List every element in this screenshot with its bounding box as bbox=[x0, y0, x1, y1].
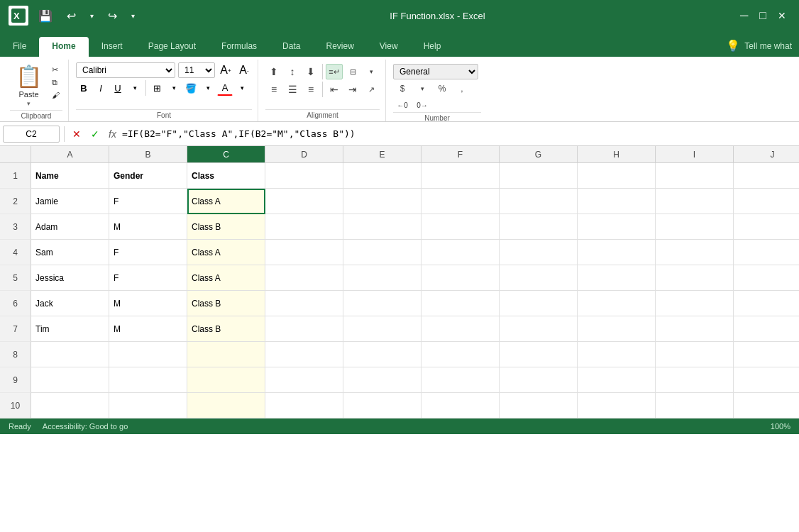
row-num-9[interactable]: 9 bbox=[0, 367, 31, 393]
row-num-1[interactable]: 1 bbox=[0, 163, 31, 189]
row-num-8[interactable]: 8 bbox=[0, 342, 31, 367]
cell-e8[interactable] bbox=[343, 342, 421, 367]
cell-h5[interactable] bbox=[578, 265, 656, 291]
text-direction-button[interactable]: ↗ bbox=[363, 82, 380, 97]
merge-dropdown[interactable]: ▾ bbox=[363, 64, 380, 79]
cell-g3[interactable] bbox=[500, 214, 578, 240]
align-top-button[interactable]: ⬆ bbox=[265, 64, 282, 79]
paste-button[interactable]: 📋 Paste ▾ bbox=[10, 61, 48, 110]
cell-d3[interactable] bbox=[265, 214, 343, 240]
tab-file[interactable]: File bbox=[0, 37, 39, 57]
save-button[interactable]: 💾 bbox=[34, 6, 57, 26]
tab-help[interactable]: Help bbox=[411, 37, 454, 57]
align-bottom-button[interactable]: ⬇ bbox=[302, 64, 319, 79]
percent-button[interactable]: % bbox=[433, 82, 451, 96]
cell-h7[interactable] bbox=[578, 316, 656, 342]
cell-a10[interactable] bbox=[31, 393, 109, 419]
currency-button[interactable]: $ bbox=[393, 82, 412, 96]
row-num-5[interactable]: 5 bbox=[0, 265, 31, 291]
align-center-button[interactable]: ☰ bbox=[284, 82, 301, 97]
cell-a7[interactable]: Tim bbox=[31, 316, 109, 342]
font-color-button[interactable]: A bbox=[217, 80, 233, 96]
cell-b2[interactable]: F bbox=[109, 189, 187, 214]
cell-e9[interactable] bbox=[343, 367, 421, 393]
cell-f7[interactable] bbox=[421, 316, 500, 342]
cell-a5[interactable]: Jessica bbox=[31, 265, 109, 291]
cell-e7[interactable] bbox=[343, 316, 421, 342]
border-button[interactable]: ⊞ bbox=[149, 80, 165, 96]
col-header-j[interactable]: J bbox=[734, 146, 799, 162]
cell-d10[interactable] bbox=[265, 393, 343, 419]
increase-decimal-button[interactable]: 0→ bbox=[413, 98, 431, 112]
cell-reference-input[interactable]: C2 bbox=[3, 126, 60, 143]
tab-insert[interactable]: Insert bbox=[89, 37, 136, 57]
cell-g7[interactable] bbox=[500, 316, 578, 342]
row-num-3[interactable]: 3 bbox=[0, 214, 31, 240]
cell-h8[interactable] bbox=[578, 342, 656, 367]
maximize-button[interactable]: □ bbox=[755, 6, 771, 25]
cell-f6[interactable] bbox=[421, 291, 500, 316]
cell-c4[interactable]: Class A bbox=[187, 240, 265, 265]
cell-d8[interactable] bbox=[265, 342, 343, 367]
increase-font-button[interactable]: A+ bbox=[218, 62, 233, 78]
cell-g2[interactable] bbox=[500, 189, 578, 214]
cell-h3[interactable] bbox=[578, 214, 656, 240]
cell-i5[interactable] bbox=[656, 265, 734, 291]
minimize-button[interactable]: ─ bbox=[736, 6, 752, 25]
cell-c5[interactable]: Class A bbox=[187, 265, 265, 291]
cell-g8[interactable] bbox=[500, 342, 578, 367]
cell-b10[interactable] bbox=[109, 393, 187, 419]
cell-c8[interactable] bbox=[187, 342, 265, 367]
fill-color-button[interactable]: 🪣 bbox=[183, 80, 199, 96]
cell-b7[interactable]: M bbox=[109, 316, 187, 342]
cell-h1[interactable] bbox=[578, 163, 656, 189]
align-right-button[interactable]: ≡ bbox=[302, 82, 319, 97]
cell-j3[interactable] bbox=[734, 214, 799, 240]
cell-e1[interactable] bbox=[343, 163, 421, 189]
cell-d7[interactable] bbox=[265, 316, 343, 342]
undo-dropdown[interactable]: ▾ bbox=[86, 9, 98, 23]
align-middle-button[interactable]: ↕ bbox=[284, 64, 301, 79]
cell-e5[interactable] bbox=[343, 265, 421, 291]
cell-g10[interactable] bbox=[500, 393, 578, 419]
cell-c7[interactable]: Class B bbox=[187, 316, 265, 342]
cell-g1[interactable] bbox=[500, 163, 578, 189]
cell-f5[interactable] bbox=[421, 265, 500, 291]
cell-b9[interactable] bbox=[109, 367, 187, 393]
tab-view[interactable]: View bbox=[367, 37, 411, 57]
cell-a6[interactable]: Jack bbox=[31, 291, 109, 316]
cell-i8[interactable] bbox=[656, 342, 734, 367]
cell-f2[interactable] bbox=[421, 189, 500, 214]
cell-c6[interactable]: Class B bbox=[187, 291, 265, 316]
close-button[interactable]: ✕ bbox=[773, 7, 790, 24]
cell-b5[interactable]: F bbox=[109, 265, 187, 291]
tab-page-layout[interactable]: Page Layout bbox=[136, 37, 209, 57]
undo-button[interactable]: ↩ bbox=[62, 6, 80, 26]
cut-button[interactable]: ✂ bbox=[49, 64, 62, 76]
cell-c3[interactable]: Class B bbox=[187, 214, 265, 240]
underline-button[interactable]: U bbox=[110, 80, 126, 96]
cell-d5[interactable] bbox=[265, 265, 343, 291]
col-header-a[interactable]: A bbox=[31, 146, 109, 162]
cell-j6[interactable] bbox=[734, 291, 799, 316]
row-num-10[interactable]: 10 bbox=[0, 393, 31, 419]
col-header-i[interactable]: I bbox=[656, 146, 734, 162]
cell-a8[interactable] bbox=[31, 342, 109, 367]
cell-d1[interactable] bbox=[265, 163, 343, 189]
font-name-select[interactable]: Calibri bbox=[76, 62, 175, 78]
cell-i7[interactable] bbox=[656, 316, 734, 342]
tab-formulas[interactable]: Formulas bbox=[209, 37, 270, 57]
cell-j5[interactable] bbox=[734, 265, 799, 291]
cell-c1[interactable]: Class bbox=[187, 163, 265, 189]
cell-h6[interactable] bbox=[578, 291, 656, 316]
cell-a9[interactable] bbox=[31, 367, 109, 393]
tab-home[interactable]: Home bbox=[39, 37, 88, 57]
cell-b3[interactable]: M bbox=[109, 214, 187, 240]
col-header-e[interactable]: E bbox=[343, 146, 421, 162]
cell-f8[interactable] bbox=[421, 342, 500, 367]
cell-d4[interactable] bbox=[265, 240, 343, 265]
tab-review[interactable]: Review bbox=[313, 37, 366, 57]
cell-f4[interactable] bbox=[421, 240, 500, 265]
cell-d9[interactable] bbox=[265, 367, 343, 393]
cell-j9[interactable] bbox=[734, 367, 799, 393]
